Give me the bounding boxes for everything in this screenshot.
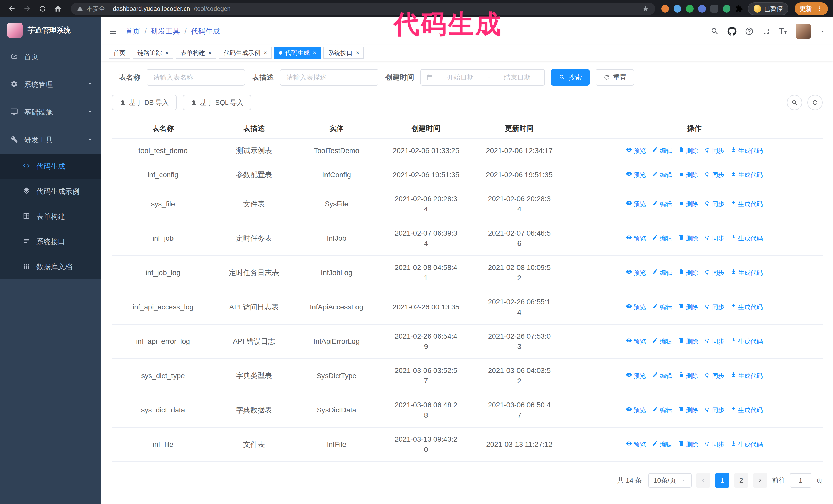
row-action-preview[interactable]: 预览 [626, 302, 646, 312]
browser-update-button[interactable]: 更新 [794, 2, 828, 15]
row-action-preview[interactable]: 预览 [626, 405, 646, 415]
row-action-sync[interactable]: 同步 [704, 170, 724, 180]
row-action-edit[interactable]: 编辑 [652, 170, 672, 180]
row-action-sync[interactable]: 同步 [704, 439, 724, 450]
row-action-preview[interactable]: 预览 [626, 233, 646, 243]
row-action-sync[interactable]: 同步 [704, 336, 724, 346]
nav-tab-1[interactable]: 链路追踪× [133, 47, 173, 59]
tab-close-icon[interactable]: × [263, 50, 267, 56]
date-start-input[interactable]: 开始日期 [438, 73, 483, 82]
extension-dark-card-icon[interactable] [711, 5, 718, 13]
page-size-select[interactable]: 10条/页 [648, 473, 691, 487]
row-action-edit[interactable]: 编辑 [652, 405, 672, 415]
prev-page-button[interactable] [696, 473, 711, 487]
row-action-edit[interactable]: 编辑 [652, 336, 672, 346]
row-action-edit[interactable]: 编辑 [652, 233, 672, 243]
row-action-preview[interactable]: 预览 [626, 268, 646, 278]
row-action-generate-code[interactable]: 生成代码 [731, 302, 763, 312]
import-sql-button[interactable]: 基于 SQL 导入 [183, 95, 252, 110]
row-action-sync[interactable]: 同步 [704, 302, 724, 312]
row-action-generate-code[interactable]: 生成代码 [731, 439, 763, 450]
table-desc-input[interactable] [280, 69, 378, 86]
goto-page-input[interactable] [790, 473, 811, 487]
row-action-delete[interactable]: 删除 [678, 302, 698, 312]
row-action-generate-code[interactable]: 生成代码 [731, 170, 763, 180]
hamburger-icon[interactable] [109, 27, 117, 35]
row-action-generate-code[interactable]: 生成代码 [731, 199, 763, 209]
row-action-generate-code[interactable]: 生成代码 [731, 405, 763, 415]
row-action-edit[interactable]: 编辑 [652, 439, 672, 450]
row-action-sync[interactable]: 同步 [704, 268, 724, 278]
nav-tab-4[interactable]: 代码生成× [274, 47, 321, 59]
extension-blue-drop-icon[interactable] [673, 5, 681, 13]
search-button[interactable]: 搜索 [551, 69, 590, 86]
row-action-sync[interactable]: 同步 [704, 146, 724, 156]
sidebar-subitem-3[interactable]: 系统接口 [0, 229, 101, 254]
nav-tab-3[interactable]: 代码生成示例× [219, 47, 272, 59]
font-size-icon[interactable] [779, 27, 787, 35]
row-action-generate-code[interactable]: 生成代码 [731, 371, 763, 381]
row-action-generate-code[interactable]: 生成代码 [731, 268, 763, 278]
table-name-input[interactable] [147, 69, 245, 86]
row-action-delete[interactable]: 删除 [678, 405, 698, 415]
row-action-delete[interactable]: 删除 [678, 146, 698, 156]
row-action-delete[interactable]: 删除 [678, 170, 698, 180]
row-action-preview[interactable]: 预览 [626, 146, 646, 156]
row-action-preview[interactable]: 预览 [626, 439, 646, 450]
logo[interactable]: 芋道管理系统 [0, 18, 101, 43]
browser-forward-button[interactable] [21, 2, 34, 16]
row-action-generate-code[interactable]: 生成代码 [731, 233, 763, 243]
bookmark-star-icon[interactable] [642, 5, 649, 12]
import-db-button[interactable]: 基于 DB 导入 [112, 95, 176, 110]
row-action-delete[interactable]: 删除 [678, 336, 698, 346]
sidebar-subitem-4[interactable]: 数据库文档 [0, 254, 101, 280]
tab-close-icon[interactable]: × [356, 50, 359, 56]
tab-close-icon[interactable]: × [208, 50, 212, 56]
row-action-edit[interactable]: 编辑 [652, 146, 672, 156]
sidebar-subitem-2[interactable]: 表单构建 [0, 204, 101, 229]
profile-badge[interactable]: 已暂停 [748, 2, 788, 15]
page-button-1[interactable]: 1 [715, 473, 730, 487]
github-icon[interactable] [728, 27, 737, 36]
help-icon[interactable] [745, 27, 754, 35]
row-action-generate-code[interactable]: 生成代码 [731, 146, 763, 156]
row-action-preview[interactable]: 预览 [626, 336, 646, 346]
row-action-preview[interactable]: 预览 [626, 170, 646, 180]
breadcrumb-tools[interactable]: 研发工具 [151, 26, 180, 36]
page-button-2[interactable]: 2 [734, 473, 748, 487]
extension-leaf-icon[interactable] [723, 5, 731, 13]
reset-button[interactable]: 重置 [596, 69, 634, 86]
row-action-edit[interactable]: 编辑 [652, 302, 672, 312]
caret-down-icon[interactable] [819, 28, 826, 34]
row-action-delete[interactable]: 删除 [678, 371, 698, 381]
next-page-button[interactable] [753, 473, 767, 487]
row-action-sync[interactable]: 同步 [704, 233, 724, 243]
extension-orange-icon[interactable] [661, 5, 669, 13]
tab-close-icon[interactable]: × [313, 50, 316, 56]
date-end-input[interactable]: 结束日期 [495, 73, 539, 82]
address-bar[interactable]: 不安全 dashboard.yudao.iocoder.cn/tool/code… [71, 3, 655, 15]
sidebar-item-2[interactable]: 基础设施 [0, 98, 101, 126]
tab-close-icon[interactable]: × [165, 50, 169, 56]
row-action-delete[interactable]: 删除 [678, 199, 698, 209]
row-action-sync[interactable]: 同步 [704, 371, 724, 381]
extension-people-icon[interactable] [698, 5, 706, 13]
nav-tab-5[interactable]: 系统接口× [324, 47, 364, 59]
user-avatar[interactable] [795, 24, 811, 39]
extension-green-check-icon[interactable] [686, 5, 694, 13]
date-range-picker[interactable]: 开始日期 - 结束日期 [420, 69, 545, 86]
row-action-edit[interactable]: 编辑 [652, 199, 672, 209]
sidebar-item-1[interactable]: 系统管理 [0, 71, 101, 98]
fullscreen-icon[interactable] [762, 27, 770, 35]
row-action-sync[interactable]: 同步 [704, 405, 724, 415]
row-action-edit[interactable]: 编辑 [652, 268, 672, 278]
row-action-sync[interactable]: 同步 [704, 199, 724, 209]
row-action-generate-code[interactable]: 生成代码 [731, 336, 763, 346]
extension-puzzle-icon[interactable] [735, 5, 743, 13]
breadcrumb-home[interactable]: 首页 [125, 26, 140, 36]
row-action-preview[interactable]: 预览 [626, 371, 646, 381]
row-action-delete[interactable]: 删除 [678, 233, 698, 243]
nav-tab-2[interactable]: 表单构建× [176, 47, 216, 59]
row-action-delete[interactable]: 删除 [678, 439, 698, 450]
sidebar-subitem-1[interactable]: 代码生成示例 [0, 179, 101, 204]
